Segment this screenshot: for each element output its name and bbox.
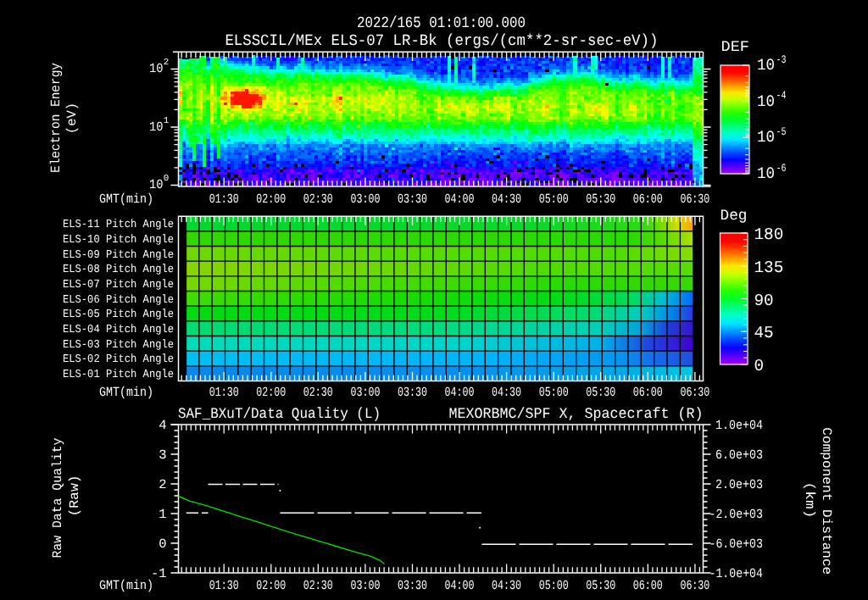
- svg-text:03:30: 03:30: [398, 192, 427, 207]
- svg-text:02:30: 02:30: [303, 385, 333, 400]
- svg-text:1.0e+04: 1.0e+04: [715, 418, 763, 433]
- svg-text:GMT(min): GMT(min): [99, 578, 153, 593]
- svg-text:03:00: 03:00: [350, 385, 380, 400]
- svg-text:03:30: 03:30: [398, 385, 427, 400]
- svg-text:ELS-06 Pitch Angle: ELS-06 Pitch Angle: [63, 294, 174, 307]
- svg-text:02:30: 02:30: [303, 192, 333, 207]
- svg-text:06:30: 06:30: [680, 192, 709, 207]
- svg-text:180: 180: [754, 225, 784, 244]
- svg-text:04:00: 04:00: [445, 192, 475, 207]
- svg-text:ELS-02 Pitch Angle: ELS-02 Pitch Angle: [63, 353, 174, 366]
- svg-text:04:00: 04:00: [445, 578, 475, 593]
- svg-text:0: 0: [164, 174, 170, 184]
- svg-text:MEXORBMC/SPF X, Spacecraft (R): MEXORBMC/SPF X, Spacecraft (R): [449, 406, 704, 423]
- svg-text:ELS-11 Pitch Angle: ELS-11 Pitch Angle: [63, 219, 174, 231]
- svg-text:SAF_BXuT/Data Quality (L): SAF_BXuT/Data Quality (L): [178, 406, 381, 423]
- svg-text:DEF: DEF: [721, 39, 750, 56]
- svg-text:2: 2: [159, 477, 166, 492]
- svg-text:04:00: 04:00: [445, 385, 475, 400]
- svg-text:10: 10: [149, 119, 164, 135]
- svg-text:-2.0e+03: -2.0e+03: [709, 507, 764, 522]
- svg-text:10: 10: [757, 128, 775, 147]
- svg-text:1: 1: [159, 507, 166, 522]
- svg-text:02:00: 02:00: [256, 385, 286, 400]
- svg-text:03:00: 03:00: [350, 192, 380, 207]
- svg-text:10: 10: [149, 177, 164, 192]
- svg-text:1: 1: [164, 116, 170, 126]
- svg-text:10: 10: [757, 164, 775, 183]
- svg-text:03:30: 03:30: [398, 578, 427, 593]
- svg-text:06:00: 06:00: [633, 192, 663, 207]
- svg-text:03:00: 03:00: [350, 578, 380, 593]
- svg-text:02:00: 02:00: [256, 578, 286, 593]
- svg-text:ELS-05 Pitch Angle: ELS-05 Pitch Angle: [63, 308, 174, 321]
- svg-text:01:30: 01:30: [209, 192, 239, 207]
- svg-text:2: 2: [164, 58, 170, 68]
- svg-text:04:30: 04:30: [492, 578, 521, 593]
- svg-text:6.0e+03: 6.0e+03: [715, 447, 763, 463]
- svg-text:4: 4: [159, 418, 166, 433]
- svg-text:Component Distance: Component Distance: [819, 427, 834, 575]
- svg-text:0: 0: [754, 357, 765, 375]
- svg-text:Electron Energy: Electron Energy: [48, 63, 64, 173]
- svg-text:-6.0e+03: -6.0e+03: [709, 536, 764, 552]
- svg-text:04:30: 04:30: [492, 192, 521, 207]
- svg-text:90: 90: [754, 292, 774, 310]
- svg-text:ELS-04 Pitch Angle: ELS-04 Pitch Angle: [63, 324, 174, 336]
- svg-text:05:30: 05:30: [586, 385, 615, 400]
- svg-text:ELS-09 Pitch Angle: ELS-09 Pitch Angle: [63, 249, 174, 262]
- svg-text:10: 10: [757, 92, 775, 111]
- svg-text:02:00: 02:00: [256, 192, 286, 207]
- svg-text:2.0e+03: 2.0e+03: [715, 477, 763, 492]
- svg-text:ELS-07 Pitch Angle: ELS-07 Pitch Angle: [63, 279, 174, 292]
- svg-text:3: 3: [159, 447, 166, 463]
- svg-text:ELS-01 Pitch Angle: ELS-01 Pitch Angle: [63, 369, 174, 381]
- svg-text:GMT(min): GMT(min): [99, 192, 153, 207]
- svg-text:-3: -3: [776, 53, 787, 66]
- svg-text:(Raw): (Raw): [67, 475, 82, 517]
- svg-text:-4: -4: [776, 89, 787, 102]
- svg-text:Raw Data Quality: Raw Data Quality: [50, 438, 65, 558]
- svg-text:45: 45: [754, 324, 774, 342]
- svg-text:-6: -6: [776, 162, 787, 175]
- svg-text:-1: -1: [151, 566, 167, 581]
- svg-text:05:30: 05:30: [586, 578, 615, 593]
- svg-text:05:00: 05:00: [539, 385, 569, 400]
- svg-text:10: 10: [757, 56, 775, 75]
- svg-text:ELS-08 Pitch Angle: ELS-08 Pitch Angle: [63, 264, 174, 276]
- svg-text:05:00: 05:00: [539, 192, 569, 207]
- svg-text:06:00: 06:00: [633, 578, 663, 593]
- svg-text:04:30: 04:30: [492, 385, 521, 400]
- svg-text:2022/165 01:01:00.000: 2022/165 01:01:00.000: [357, 14, 526, 32]
- svg-text:02:30: 02:30: [303, 578, 333, 593]
- svg-text:10: 10: [149, 61, 164, 76]
- svg-text:ELSSCIL/MEx ELS-07 LR-Bk (erg: ELSSCIL/MEx ELS-07 LR-Bk (ergs/(cm**2-sr…: [225, 32, 658, 50]
- svg-text:(eV): (eV): [64, 103, 80, 134]
- svg-text:135: 135: [754, 258, 784, 277]
- svg-text:01:30: 01:30: [209, 578, 239, 593]
- svg-text:06:30: 06:30: [680, 385, 709, 400]
- svg-text:06:30: 06:30: [680, 578, 709, 593]
- svg-text:Deg: Deg: [721, 208, 748, 225]
- svg-text:05:00: 05:00: [539, 578, 569, 593]
- svg-text:GMT(min): GMT(min): [99, 385, 153, 400]
- svg-text:ELS-03 Pitch Angle: ELS-03 Pitch Angle: [63, 339, 174, 352]
- svg-text:-5: -5: [776, 125, 787, 138]
- svg-text:05:30: 05:30: [586, 192, 615, 207]
- svg-text:0: 0: [159, 536, 166, 552]
- svg-text:ELS-10 Pitch Angle: ELS-10 Pitch Angle: [63, 234, 174, 247]
- svg-text:01:30: 01:30: [209, 385, 239, 400]
- svg-text:-1.0e+04: -1.0e+04: [709, 566, 764, 581]
- svg-text:(km): (km): [802, 482, 817, 519]
- svg-text:06:00: 06:00: [633, 385, 663, 400]
